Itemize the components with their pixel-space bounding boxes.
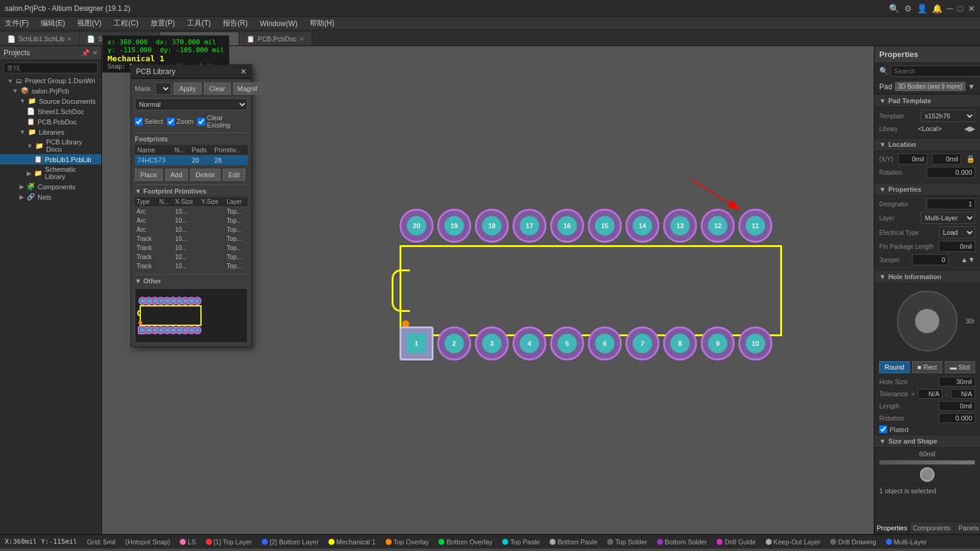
prim-row-track4[interactable]: Track10...Top... [135, 262, 248, 271]
sidebar-close-icon[interactable]: ✕ [92, 49, 98, 57]
sidebar-search-input[interactable] [4, 63, 98, 73]
jumper-stepper[interactable]: ▲▼ [961, 255, 975, 264]
pad-2[interactable]: 2 [437, 326, 471, 360]
slot-button[interactable]: ▬ Slot [945, 361, 975, 373]
tab-close-pcbdoc[interactable]: ✕ [299, 36, 304, 42]
prim-row-arc2[interactable]: Arc10...Top... [135, 216, 248, 225]
footprint-row-74hc573[interactable]: 74HC573 20 28 [135, 155, 248, 166]
pad-3[interactable]: 3 [475, 326, 509, 360]
pad-15[interactable]: 15 [588, 209, 622, 243]
plated-checkbox[interactable] [879, 425, 887, 433]
layer-toppaste[interactable]: Top Paste [502, 538, 540, 546]
library-nav-icon[interactable]: ◀▶ [964, 124, 975, 133]
layer-bottomsolder[interactable]: Bottom Solder [657, 538, 707, 546]
menu-reports[interactable]: 报告(R) [220, 17, 250, 30]
tol-minus-input[interactable] [951, 389, 975, 399]
menu-place[interactable]: 放置(P) [148, 17, 177, 30]
clear-existing-checkbox-label[interactable]: Clear Existing [197, 114, 248, 129]
pad-10[interactable]: 10 [738, 326, 772, 360]
layer-topsolder[interactable]: Top Solder [607, 538, 647, 546]
template-select[interactable]: s152h76 [920, 110, 975, 122]
mask-select[interactable] [155, 83, 171, 95]
search-icon[interactable]: 🔍 [889, 4, 899, 13]
menu-help[interactable]: 帮助(H) [307, 17, 337, 30]
pad-20[interactable]: 20 [400, 209, 434, 243]
filter-icon[interactable]: ▼ [968, 83, 975, 91]
pad-7[interactable]: 7 [625, 326, 659, 360]
prim-row-arc3[interactable]: Arc10...Top... [135, 225, 248, 234]
rect-button[interactable]: ■ Rect [912, 361, 942, 373]
close-icon[interactable]: ✕ [968, 4, 975, 13]
tab-components[interactable]: Components [910, 522, 953, 534]
tol-plus-input[interactable] [918, 389, 942, 399]
tree-item-schlib[interactable]: ▶ 📁 Schematic Library [0, 164, 101, 181]
maximize-icon[interactable]: □ [958, 4, 963, 13]
layer-topoverlay[interactable]: Top Overlay [386, 538, 429, 546]
layer-drillguide[interactable]: Drill Guide [716, 538, 755, 546]
pad-5[interactable]: 5 [550, 326, 584, 360]
rotation-input[interactable] [927, 167, 975, 178]
delete-button[interactable]: Delete [190, 169, 220, 181]
round-button[interactable]: Round [879, 361, 910, 373]
tree-item-pcblib1[interactable]: 📋 PcbLib1.PcbLib [0, 154, 101, 164]
pad-6[interactable]: 6 [588, 326, 622, 360]
layer-multilayer[interactable]: Multi-Layer [886, 538, 927, 546]
minimize-icon[interactable]: ─ [947, 4, 953, 13]
zoom-checkbox[interactable] [167, 118, 175, 126]
x-input[interactable] [898, 154, 927, 164]
tree-item-components[interactable]: ▶ 🧩 Components [0, 181, 101, 192]
pcblib-close-button[interactable]: ✕ [240, 67, 247, 76]
right-search-input[interactable] [891, 66, 980, 76]
pad-12[interactable]: 12 [701, 209, 735, 243]
designator-input[interactable] [927, 198, 975, 209]
select-checkbox[interactable] [135, 118, 143, 126]
elec-type-select[interactable]: Load [939, 226, 975, 238]
pad-8[interactable]: 8 [663, 326, 697, 360]
notification-icon[interactable]: 🔔 [932, 4, 942, 13]
layer-bottom[interactable]: [2] Bottom Layer [262, 538, 319, 546]
edit-button[interactable]: Edit [223, 169, 245, 181]
zoom-checkbox-label[interactable]: Zoom [167, 118, 194, 126]
pad-13[interactable]: 13 [663, 209, 697, 243]
lock-icon[interactable]: 🔒 [966, 155, 975, 163]
hole-rotation-input[interactable] [939, 413, 975, 423]
apply-button[interactable]: Apply [174, 83, 202, 95]
layer-ls[interactable]: LS [180, 538, 196, 546]
menu-project[interactable]: 工程(C) [111, 17, 141, 30]
tree-item-libraries[interactable]: ▼ 📁 Libraries [0, 127, 101, 137]
menu-edit[interactable]: 编辑(E) [38, 17, 67, 30]
prim-row-arc1[interactable]: Arc10...Top... [135, 207, 248, 217]
magnif-button[interactable]: Magnif [233, 83, 262, 95]
panels-button[interactable]: Panels [954, 522, 980, 534]
layer-bottompaste[interactable]: Bottom Paste [550, 538, 597, 546]
pad-11[interactable]: 11 [738, 209, 772, 243]
y-input[interactable] [932, 154, 961, 164]
length-input[interactable] [939, 401, 975, 411]
add-button[interactable]: Add [165, 169, 188, 181]
tab-schlib[interactable]: 📄 SchLib1.SchLib ✕ [0, 32, 80, 46]
tab-close-schlib[interactable]: ✕ [67, 36, 72, 42]
menu-file[interactable]: 文件(F) [2, 17, 31, 30]
pad-18[interactable]: 18 [475, 209, 509, 243]
sidebar-pin-icon[interactable]: 📌 [81, 49, 90, 57]
select-checkbox-label[interactable]: Select [135, 118, 163, 126]
menu-view[interactable]: 视图(V) [75, 17, 104, 30]
tree-item-pcblibdoc[interactable]: ▼ 📁 PCB Library Docu [0, 137, 101, 154]
pad-19[interactable]: 19 [437, 209, 471, 243]
tree-item-sheet1[interactable]: 📄 Sheet1.SchDoc [0, 106, 101, 117]
user-icon[interactable]: 👤 [917, 4, 927, 13]
place-button[interactable]: Place [135, 169, 163, 181]
clear-existing-checkbox[interactable] [197, 118, 205, 126]
pin-pkg-input[interactable] [939, 241, 975, 252]
prim-row-track1[interactable]: Track10...Top... [135, 234, 248, 243]
tree-item-salon[interactable]: ▼ 📦 salon.PrjPcb [0, 86, 101, 96]
layer-bottomoverlay[interactable]: Bottom Overlay [438, 538, 492, 546]
tab-pcbdoc[interactable]: 📋 PCB.PcbDoc ✕ [239, 32, 311, 46]
prim-row-track2[interactable]: Track10...Top... [135, 243, 248, 252]
tree-item-nets[interactable]: ▶ 🔗 Nets [0, 192, 101, 202]
tree-item-sourcedocs[interactable]: ▼ 📁 Source Documents [0, 96, 101, 106]
layer-drilldrawing[interactable]: Drill Drawing [830, 538, 876, 546]
menu-window[interactable]: Window(W) [257, 18, 300, 29]
prim-row-track3[interactable]: Track10...Top... [135, 252, 248, 262]
settings-icon[interactable]: ⚙ [904, 4, 912, 13]
